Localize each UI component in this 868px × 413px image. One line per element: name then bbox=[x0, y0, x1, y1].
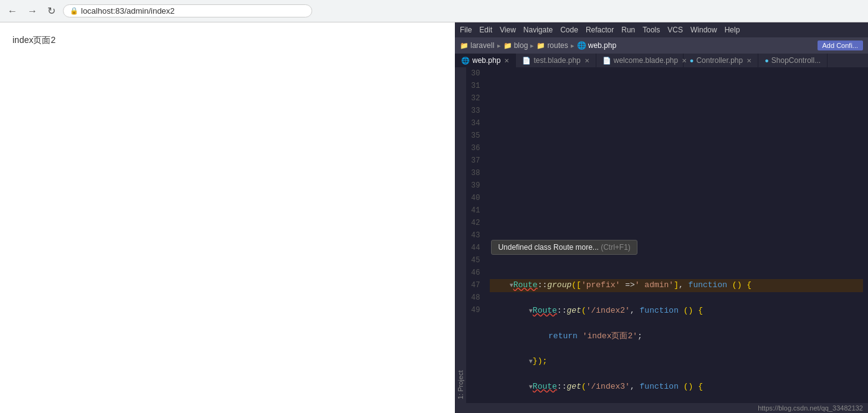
menu-file[interactable]: File bbox=[460, 26, 472, 34]
code-line-40: return 'index页面2'; bbox=[490, 330, 863, 343]
line-num-43: 43 bbox=[471, 229, 480, 242]
code-line-35 bbox=[490, 204, 863, 217]
line-num-45: 45 bbox=[471, 254, 480, 267]
menu-edit[interactable]: Edit bbox=[479, 26, 492, 34]
tab-controller-label: Controller.php bbox=[696, 56, 743, 65]
back-button[interactable]: ← bbox=[5, 4, 20, 18]
code-line-41: ▼}); bbox=[490, 355, 863, 368]
menu-tools[interactable]: Tools bbox=[642, 26, 660, 34]
breadcrumb-sep-3: ▸ bbox=[571, 42, 575, 50]
code-line-30 bbox=[490, 80, 863, 92]
reload-button[interactable]: ↻ bbox=[45, 4, 58, 18]
line-num-48: 48 bbox=[471, 292, 480, 304]
tab-testblade[interactable]: 📄 test.blade.php ✕ bbox=[516, 54, 596, 67]
ide-editor-area: 1: Project 30 31 32 33 34 35 36 37 38 39… bbox=[455, 67, 868, 403]
breadcrumb-routes[interactable]: 📁 routes bbox=[537, 41, 568, 50]
error-tooltip-text: Undefined class Route more... bbox=[498, 243, 601, 252]
line-num-34: 34 bbox=[471, 117, 480, 130]
folder-icon-2: 📁 bbox=[503, 42, 512, 50]
tab-shopcontroller-icon: ● bbox=[765, 57, 769, 64]
ide-menubar: File Edit View Navigate Code Refactor Ru… bbox=[455, 22, 868, 37]
ide-tabs: 🌐 web.php ✕ 📄 test.blade.php ✕ 📄 welcome… bbox=[455, 54, 868, 67]
menu-refactor[interactable]: Refactor bbox=[586, 26, 614, 34]
tab-welcomeblade-icon: 📄 bbox=[603, 57, 611, 65]
breadcrumb-webphp[interactable]: 🌐 web.php bbox=[577, 41, 616, 50]
line-num-41: 41 bbox=[471, 204, 480, 217]
breadcrumb-sep-2: ▸ bbox=[530, 42, 534, 50]
line-num-31: 31 bbox=[471, 80, 480, 92]
tab-testblade-label: test.blade.php bbox=[533, 56, 580, 65]
tab-controller-icon: ● bbox=[690, 57, 694, 64]
tab-testblade-close[interactable]: ✕ bbox=[584, 57, 589, 64]
ide-breadcrumb: 📁 laravelI ▸ 📁 blog ▸ 📁 routes ▸ 🌐 web.p… bbox=[455, 37, 868, 54]
browser-bar: ← → ↻ 🔒 localhost:83/admin/index2 bbox=[0, 0, 868, 22]
line-num-40: 40 bbox=[471, 192, 480, 204]
menu-run[interactable]: Run bbox=[621, 26, 635, 34]
line-numbers: 30 31 32 33 34 35 36 37 38 39 40 41 42 4… bbox=[466, 67, 485, 403]
tab-shopcontroller[interactable]: ● ShopControll... bbox=[758, 54, 827, 67]
menu-view[interactable]: View bbox=[500, 26, 516, 34]
line-num-39: 39 bbox=[471, 179, 480, 192]
code-line-39: ▼Route::get('/index2', function () { bbox=[490, 305, 863, 318]
breadcrumb-laravelI[interactable]: 📁 laravelI bbox=[460, 41, 495, 50]
line-num-36: 36 bbox=[471, 142, 480, 154]
tab-testblade-icon: 📄 bbox=[522, 57, 531, 65]
browser-content: index页面2 bbox=[0, 22, 455, 413]
url-text: localhost:83/admin/index2 bbox=[81, 6, 174, 16]
menu-navigate[interactable]: Navigate bbox=[523, 26, 553, 34]
tab-webphp-close[interactable]: ✕ bbox=[504, 57, 509, 64]
line-num-32: 32 bbox=[471, 92, 480, 105]
ide-side-label: 1: Project bbox=[455, 67, 466, 403]
breadcrumb-blog[interactable]: 📁 blog bbox=[503, 41, 528, 50]
menu-window[interactable]: Window bbox=[690, 26, 717, 34]
code-line-42: ▼Route::get('/index3', function () { bbox=[490, 381, 863, 394]
address-bar[interactable]: 🔒 localhost:83/admin/index2 bbox=[63, 4, 312, 17]
folder-icon: 📁 bbox=[460, 42, 469, 50]
line-num-49: 49 bbox=[471, 304, 480, 316]
breadcrumb-laravelI-label: laravelI bbox=[470, 41, 495, 50]
line-num-37: 37 bbox=[471, 154, 480, 167]
code-content: ▼Route::group(['prefix' =>' admin'], fun… bbox=[485, 67, 868, 403]
main-layout: index页面2 File Edit View Navigate Code Re… bbox=[0, 22, 868, 413]
page-content: index页面2 bbox=[12, 35, 442, 46]
tab-controller-close[interactable]: ✕ bbox=[746, 57, 751, 64]
menu-code[interactable]: Code bbox=[560, 26, 578, 34]
breadcrumb-webphp-label: web.php bbox=[588, 41, 616, 50]
lock-icon: 🔒 bbox=[70, 7, 79, 15]
code-area[interactable]: Undefined class Route more... (Ctrl+F1) … bbox=[485, 67, 868, 403]
folder-icon-3: 📁 bbox=[537, 42, 545, 50]
code-line-38: ▼Route::group(['prefix' =>' admin'], fun… bbox=[490, 279, 863, 292]
code-line-31 bbox=[490, 105, 863, 117]
breadcrumb-blog-label: blog bbox=[514, 41, 528, 50]
line-num-47: 47 bbox=[471, 279, 480, 292]
menu-help[interactable]: Help bbox=[725, 26, 740, 34]
line-num-38: 38 bbox=[471, 167, 480, 179]
file-icon: 🌐 bbox=[577, 41, 586, 50]
breadcrumb-sep-1: ▸ bbox=[497, 42, 501, 50]
line-num-30: 30 bbox=[471, 67, 480, 80]
tab-controller[interactable]: ● Controller.php ✕ bbox=[684, 54, 758, 67]
line-num-42: 42 bbox=[471, 217, 480, 229]
add-config-button[interactable]: Add Confi... bbox=[818, 40, 863, 50]
ide-status-bar: https://blog.csdn.net/qq_33482132 bbox=[455, 403, 868, 413]
error-tooltip: Undefined class Route more... (Ctrl+F1) bbox=[491, 240, 637, 255]
ide-panel: File Edit View Navigate Code Refactor Ru… bbox=[455, 22, 868, 413]
line-num-44: 44 bbox=[471, 242, 480, 254]
code-line-34 bbox=[490, 179, 863, 192]
tab-shopcontroller-label: ShopControll... bbox=[771, 56, 821, 65]
menu-vcs[interactable]: VCS bbox=[667, 26, 683, 34]
line-num-35: 35 bbox=[471, 130, 480, 142]
code-line-33 bbox=[490, 154, 863, 167]
line-num-33: 33 bbox=[471, 105, 480, 117]
error-tooltip-shortcut: (Ctrl+F1) bbox=[601, 243, 631, 252]
tab-webphp[interactable]: 🌐 web.php ✕ bbox=[455, 54, 516, 67]
status-url: https://blog.csdn.net/qq_33482132 bbox=[758, 404, 863, 412]
code-line-32 bbox=[490, 130, 863, 142]
tab-webphp-icon: 🌐 bbox=[461, 57, 470, 65]
line-num-46: 46 bbox=[471, 267, 480, 279]
forward-button[interactable]: → bbox=[25, 4, 40, 18]
tab-welcomeblade[interactable]: 📄 welcome.blade.php ✕ bbox=[596, 54, 684, 67]
breadcrumb-routes-label: routes bbox=[547, 41, 568, 50]
tab-webphp-label: web.php bbox=[472, 56, 500, 65]
tab-welcomeblade-label: welcome.blade.php bbox=[614, 56, 678, 65]
